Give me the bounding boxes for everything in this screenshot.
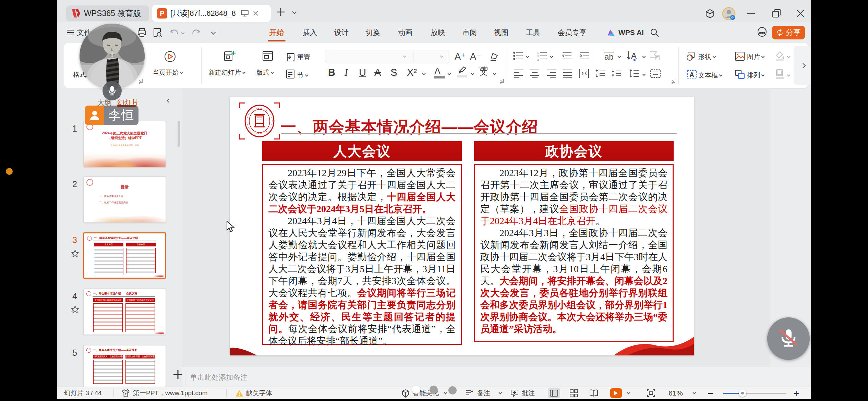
- tab-design[interactable]: 设计: [334, 22, 349, 43]
- line-spacing-icon[interactable]: [629, 69, 639, 78]
- layout-button[interactable]: 版式: [256, 68, 274, 77]
- zoom-slider[interactable]: [723, 393, 786, 394]
- zoom-chevron-icon[interactable]: [693, 391, 696, 394]
- picture-button[interactable]: 图片: [747, 52, 764, 61]
- reset-icon[interactable]: [285, 52, 296, 62]
- numbered-list-chevron-icon[interactable]: [550, 55, 553, 58]
- shapes-button[interactable]: 形状: [698, 52, 715, 61]
- wps-ai-label[interactable]: WPS AI: [618, 22, 644, 43]
- undo-icon[interactable]: [170, 29, 179, 36]
- decrease-para-space-icon[interactable]: [611, 69, 622, 78]
- increase-indent-icon[interactable]: [579, 51, 590, 61]
- layout-icon[interactable]: [262, 50, 274, 62]
- align-left-icon[interactable]: [513, 69, 523, 78]
- zoom-level[interactable]: 61%: [668, 387, 683, 399]
- missing-fonts-button[interactable]: 缺失字体: [246, 387, 272, 399]
- bullet-list-chevron-icon[interactable]: [526, 55, 529, 58]
- fit-slide-icon[interactable]: [647, 389, 655, 397]
- align-center-icon[interactable]: [530, 69, 540, 78]
- slide-thumbnail-2[interactable]: 目录 一、两会基本情况介绍 二、政府工作报告主要内容: [83, 177, 166, 223]
- increase-font-button[interactable]: A⁺: [455, 51, 466, 62]
- highlight-chevron-icon[interactable]: [471, 72, 474, 75]
- textbox-button[interactable]: 文本框: [698, 71, 722, 80]
- app-box-icon[interactable]: [705, 9, 715, 19]
- text-shadow-button[interactable]: S: [390, 67, 397, 78]
- current-slide[interactable]: 一、两会基本情况介绍——会议介绍 人大会议 2023年12月29日下午，全国人大…: [230, 97, 694, 355]
- tab-transition[interactable]: 切换: [365, 22, 380, 43]
- tab-slideshow[interactable]: 放映: [431, 22, 445, 43]
- slide-thumbnail-3-selected[interactable]: 一、两会基本情况介绍——会议介绍 人大会议 政协会议: [83, 232, 166, 279]
- arrange-button[interactable]: 排列: [747, 71, 764, 80]
- font-name-select[interactable]: [325, 50, 413, 63]
- play-options-chevron-icon[interactable]: [627, 391, 630, 394]
- hamburger-menu-icon[interactable]: [67, 29, 74, 36]
- start-from-page-button[interactable]: 当页开始: [153, 68, 183, 77]
- normal-view-button[interactable]: [548, 388, 560, 398]
- collapse-panel-icon[interactable]: [167, 98, 171, 103]
- slide-thumbnail-1[interactable]: 2024年第三次党支部主题党日 （组织生活）辅学PPT 北京科技大学党委组织部、…: [83, 121, 166, 167]
- pinyin-button[interactable]: wén文: [480, 66, 488, 75]
- strikethrough-button[interactable]: A: [374, 67, 381, 78]
- tab-animation[interactable]: 动画: [398, 22, 412, 43]
- notes-chevron-icon[interactable]: [499, 391, 502, 394]
- brand-text[interactable]: 第一PPT，www.1ppt.com: [133, 387, 208, 399]
- underline-button[interactable]: U: [359, 67, 366, 78]
- document-tab[interactable]: P [只读]87f...62848_8: [152, 5, 271, 22]
- highlight-color-icon[interactable]: [457, 65, 469, 77]
- tab-home[interactable]: 开始: [269, 22, 284, 43]
- text-align-box-icon[interactable]: [650, 69, 661, 78]
- redo-icon[interactable]: [191, 29, 200, 36]
- bullet-list-icon[interactable]: [513, 51, 523, 61]
- undo-chevron-icon[interactable]: [181, 31, 185, 35]
- new-slide-button[interactable]: 新建幻灯片: [208, 68, 245, 77]
- slide-thumbnail-4[interactable]: 一、两会基本情况介绍——会议议程 十四届全国人大二次会议议程 全国政协十四届二次…: [83, 289, 166, 335]
- beautify-chevron-icon[interactable]: [444, 391, 447, 394]
- new-slide-icon[interactable]: [224, 50, 237, 63]
- clear-format-icon[interactable]: [489, 51, 500, 62]
- zoom-slider-thumb[interactable]: [739, 389, 746, 397]
- play-from-page-icon[interactable]: [164, 50, 176, 63]
- textbox-icon[interactable]: A: [687, 70, 697, 79]
- minimize-button[interactable]: [746, 12, 756, 15]
- section-icon[interactable]: [285, 69, 296, 79]
- line-spacing-chevron-icon[interactable]: [642, 73, 646, 76]
- text-effects-chevron-icon[interactable]: [618, 55, 621, 58]
- share-button[interactable]: 分享: [772, 26, 805, 39]
- slideshow-play-button[interactable]: [610, 388, 622, 398]
- pinyin-chevron-icon[interactable]: [493, 72, 496, 75]
- text-effects-button[interactable]: ab: [604, 52, 614, 61]
- mute-button[interactable]: [767, 317, 810, 360]
- tab-tools[interactable]: 工具: [526, 22, 540, 43]
- arrange-icon[interactable]: [735, 70, 745, 79]
- webcam-video[interactable]: [80, 24, 145, 89]
- align-right-icon[interactable]: [546, 69, 556, 78]
- new-tab-icon[interactable]: [276, 8, 285, 16]
- assistant-icon[interactable]: [756, 26, 768, 38]
- text-direction-chevron-icon[interactable]: [642, 55, 646, 58]
- close-window-button[interactable]: [796, 9, 805, 18]
- beautify-icon[interactable]: [401, 389, 410, 398]
- clipboard-dialog-launcher[interactable]: [139, 79, 143, 83]
- decrease-indent-icon[interactable]: [562, 51, 572, 61]
- home-tab[interactable]: WPS365 教育版: [66, 5, 149, 21]
- notes-panel-icon[interactable]: [466, 389, 474, 397]
- tab-review[interactable]: 审阅: [462, 22, 477, 43]
- restore-button[interactable]: [771, 8, 782, 19]
- search-icon[interactable]: [650, 28, 659, 37]
- font-dialog-launcher[interactable]: [500, 79, 504, 83]
- increase-para-space-icon[interactable]: [595, 69, 605, 78]
- notes-bar[interactable]: 单击此处添加备注: [182, 367, 811, 387]
- tab-list-chevron-icon[interactable]: [292, 10, 297, 14]
- slide-sorter-view-button[interactable]: [568, 388, 580, 398]
- decrease-font-button[interactable]: A⁻: [470, 51, 481, 62]
- justify-icon[interactable]: [563, 69, 573, 78]
- font-size-select[interactable]: [413, 50, 449, 63]
- presenter-mic-icon[interactable]: [103, 81, 122, 100]
- comments-button[interactable]: 批注: [522, 387, 535, 399]
- present-monitor-icon[interactable]: [241, 10, 249, 17]
- quick-access-chevron-icon[interactable]: [211, 30, 216, 35]
- tab-view[interactable]: 视图: [494, 22, 508, 43]
- print-icon[interactable]: [137, 28, 147, 37]
- tab-member[interactable]: 会员专享: [558, 22, 587, 43]
- distribute-icon[interactable]: [579, 69, 589, 78]
